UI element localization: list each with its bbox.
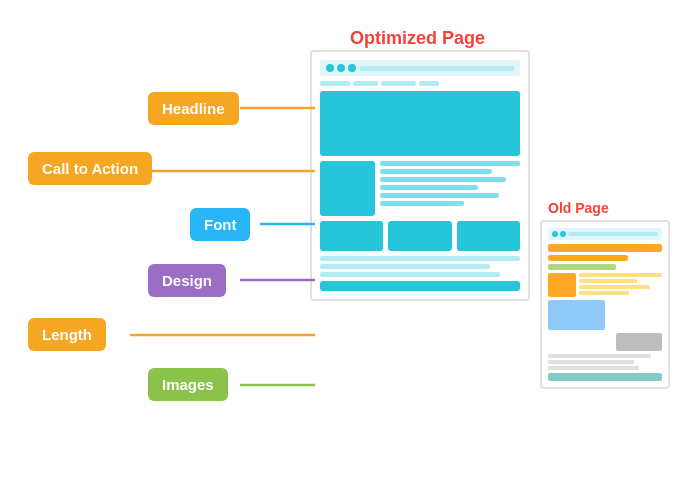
old-col-lines <box>579 273 662 297</box>
old-orange-2 <box>548 255 628 261</box>
old-green-block <box>548 264 616 270</box>
optimized-page-mockup <box>310 50 530 301</box>
old-blocks-row <box>548 300 662 354</box>
sm-block-3 <box>457 221 520 251</box>
dot-1 <box>326 64 334 72</box>
three-blocks <box>320 221 520 251</box>
old-two-col <box>548 273 662 297</box>
old-lines-group <box>548 354 662 370</box>
old-line-2 <box>548 360 634 364</box>
nav-line-1 <box>320 81 350 86</box>
hero-block <box>320 91 520 156</box>
old-col-line-1 <box>579 273 662 277</box>
length-tag: Length <box>28 318 106 351</box>
cta-tag: Call to Action <box>28 152 152 185</box>
old-header-line <box>568 232 658 236</box>
footer-bar <box>320 281 520 291</box>
col-line-2 <box>380 169 492 174</box>
header-line <box>359 66 514 71</box>
dot-2 <box>337 64 345 72</box>
col-line-1 <box>380 161 520 166</box>
dot-3 <box>348 64 356 72</box>
nav-line-4 <box>419 81 439 86</box>
nav-line-2 <box>353 81 378 86</box>
right-col-lines <box>380 161 520 216</box>
old-col-line-3 <box>579 285 650 289</box>
old-page-title: Old Page <box>548 200 609 216</box>
old-dot-1 <box>552 231 558 237</box>
old-footer <box>548 373 662 381</box>
old-page-mockup <box>540 220 670 389</box>
sm-block-1 <box>320 221 383 251</box>
left-col-block <box>320 161 375 216</box>
headline-tag: Headline <box>148 92 239 125</box>
old-line-1 <box>548 354 651 358</box>
col-line-5 <box>380 193 499 198</box>
nav-line-3 <box>381 81 416 86</box>
footer-line-2 <box>320 264 490 269</box>
main-container: Optimized Page Old Page Headline Call to… <box>0 0 678 500</box>
old-col-line-2 <box>579 279 637 283</box>
design-tag: Design <box>148 264 226 297</box>
col-line-4 <box>380 185 478 190</box>
font-tag: Font <box>190 208 250 241</box>
footer-line-1 <box>320 256 520 261</box>
col-line-3 <box>380 177 506 182</box>
page-header <box>320 60 520 76</box>
two-col-section <box>320 161 520 216</box>
old-header <box>548 228 662 240</box>
old-col-block <box>548 273 576 297</box>
optimized-page-title: Optimized Page <box>350 28 485 49</box>
footer-lines <box>320 256 520 277</box>
old-orange-1 <box>548 244 662 252</box>
old-grey-block <box>616 333 662 351</box>
old-line-3 <box>548 366 639 370</box>
footer-line-3 <box>320 272 500 277</box>
nav-lines <box>320 81 520 86</box>
old-dot-2 <box>560 231 566 237</box>
old-blue-block <box>548 300 605 330</box>
images-tag: Images <box>148 368 228 401</box>
sm-block-2 <box>388 221 451 251</box>
col-line-6 <box>380 201 464 206</box>
old-col-line-4 <box>579 291 629 295</box>
